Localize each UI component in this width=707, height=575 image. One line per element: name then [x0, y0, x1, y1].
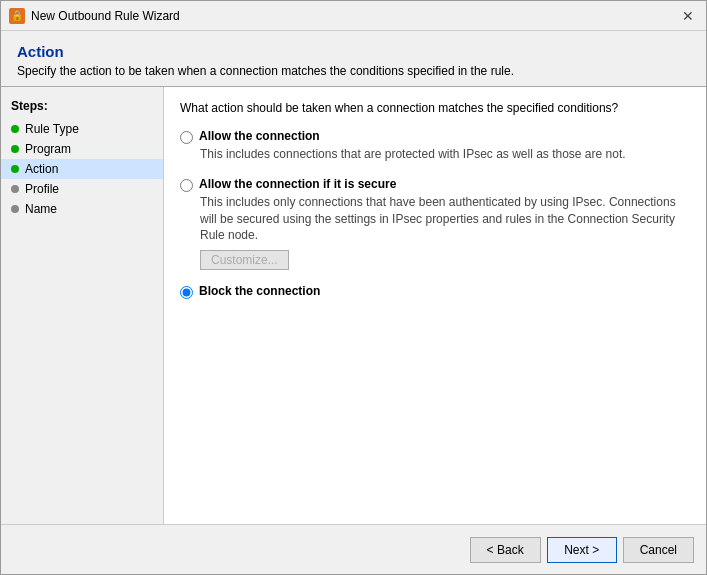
sidebar-label-action: Action	[25, 162, 58, 176]
cancel-button[interactable]: Cancel	[623, 537, 694, 563]
title-bar: 🔒 New Outbound Rule Wizard ✕	[1, 1, 706, 31]
option-allow-radio[interactable]	[180, 131, 193, 144]
option-allow-secure-row: Allow the connection if it is secure	[180, 177, 690, 192]
main-question: What action should be taken when a conne…	[180, 101, 690, 115]
footer: < Back Next > Cancel	[1, 524, 706, 574]
wizard-window: 🔒 New Outbound Rule Wizard ✕ Action Spec…	[0, 0, 707, 575]
sidebar-item-profile[interactable]: Profile	[1, 179, 163, 199]
option-block-group: Block the connection	[180, 284, 690, 299]
option-block-radio[interactable]	[180, 286, 193, 299]
sidebar-item-action[interactable]: Action	[1, 159, 163, 179]
app-icon: 🔒	[9, 8, 25, 24]
sidebar-label-program: Program	[25, 142, 71, 156]
option-allow-secure-label[interactable]: Allow the connection if it is secure	[199, 177, 396, 191]
step-dot-name	[11, 205, 19, 213]
sidebar: Steps: Rule Type Program Action Profile …	[1, 87, 164, 524]
sidebar-item-program[interactable]: Program	[1, 139, 163, 159]
step-dot-profile	[11, 185, 19, 193]
option-allow-label[interactable]: Allow the connection	[199, 129, 320, 143]
option-allow-secure-desc: This includes only connections that have…	[200, 194, 690, 244]
option-allow-group: Allow the connection This includes conne…	[180, 129, 690, 163]
sidebar-label-name: Name	[25, 202, 57, 216]
option-allow-desc: This includes connections that are prote…	[200, 146, 690, 163]
sidebar-item-name[interactable]: Name	[1, 199, 163, 219]
window-title: New Outbound Rule Wizard	[31, 9, 678, 23]
customize-button[interactable]: Customize...	[200, 250, 289, 270]
option-allow-secure-radio[interactable]	[180, 179, 193, 192]
content-area: Steps: Rule Type Program Action Profile …	[1, 87, 706, 524]
sidebar-title: Steps:	[1, 95, 163, 119]
sidebar-item-rule-type[interactable]: Rule Type	[1, 119, 163, 139]
page-title: Action	[17, 43, 690, 60]
option-allow-secure-group: Allow the connection if it is secure Thi…	[180, 177, 690, 270]
step-dot-program	[11, 145, 19, 153]
back-button[interactable]: < Back	[470, 537, 541, 563]
header: Action Specify the action to be taken wh…	[1, 31, 706, 86]
option-block-label[interactable]: Block the connection	[199, 284, 320, 298]
step-dot-rule-type	[11, 125, 19, 133]
sidebar-label-rule-type: Rule Type	[25, 122, 79, 136]
main-panel: What action should be taken when a conne…	[164, 87, 706, 524]
page-description: Specify the action to be taken when a co…	[17, 64, 690, 78]
option-block-row: Block the connection	[180, 284, 690, 299]
close-button[interactable]: ✕	[678, 6, 698, 26]
option-allow-row: Allow the connection	[180, 129, 690, 144]
step-dot-action	[11, 165, 19, 173]
sidebar-label-profile: Profile	[25, 182, 59, 196]
next-button[interactable]: Next >	[547, 537, 617, 563]
